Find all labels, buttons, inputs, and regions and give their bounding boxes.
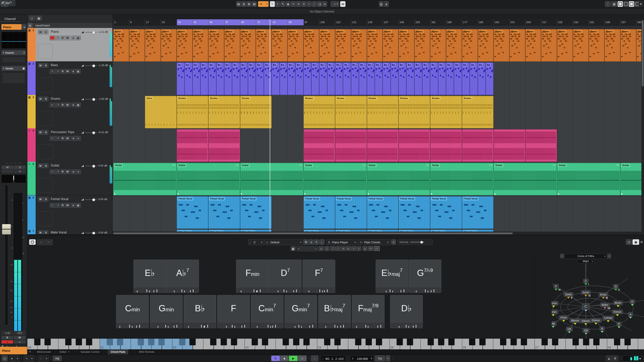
- midi-clip-bass[interactable]: Ba: [216, 62, 224, 95]
- transpose-bar-down-button[interactable]: ↧: [330, 246, 335, 251]
- track-mute-button[interactable]: M: [38, 63, 43, 68]
- audio-clip-percussion[interactable]: [462, 129, 494, 162]
- midi-clip-piano[interactable]: Piano: [636, 29, 642, 61]
- metronome-icon[interactable]: ◭: [608, 357, 610, 360]
- track-read-button[interactable]: R: [62, 37, 64, 39]
- timeline-ruler[interactable]: 1917253341495765738189971051131211291371…: [113, 19, 642, 29]
- black-key[interactable]: [479, 339, 486, 345]
- automation-solo-button[interactable]: S: [241, 1, 246, 7]
- scissors-tool-button[interactable]: ✂: [291, 1, 296, 7]
- export-button[interactable]: ↑: [605, 1, 610, 7]
- track-mute-button[interactable]: M: [38, 130, 43, 135]
- quantize-button[interactable]: Q: [379, 1, 384, 7]
- edit-channel-button[interactable]: e: [73, 170, 74, 173]
- fade-handle-icon[interactable]: [304, 193, 306, 194]
- chord-pad-Cmin7[interactable]: Cmin7: [251, 295, 284, 328]
- midi-clip-piano[interactable]: Piano: [161, 29, 176, 61]
- delete-pattern-button[interactable]: ♺: [324, 246, 329, 251]
- midi-clip-bass[interactable]: Ba: [422, 62, 430, 95]
- circle-node-Ab[interactable]: Ab: [552, 321, 557, 326]
- volume-slider-track[interactable]: [85, 65, 97, 66]
- midi-clip-piano[interactable]: Piano: [526, 29, 541, 61]
- strip-mute-button[interactable]: M: [2, 165, 14, 169]
- midi-input-icon[interactable]: ↷: [47, 241, 50, 244]
- midi-clip-bass[interactable]: Ba: [296, 62, 303, 95]
- track-write-button[interactable]: W: [66, 104, 69, 106]
- tab-mixconsole[interactable]: MixConsole: [34, 349, 54, 354]
- chord-pad-Gmin7[interactable]: Gmin7: [284, 295, 317, 328]
- audio-clip-percussion[interactable]: [335, 129, 366, 162]
- black-key[interactable]: [179, 339, 186, 345]
- edit-channel-button[interactable]: e: [72, 104, 74, 106]
- black-key[interactable]: [366, 339, 372, 345]
- audio-clip-percussion[interactable]: [398, 129, 430, 162]
- midi-clip-piano[interactable]: Piano: [256, 29, 272, 61]
- tap-tempo-button[interactable]: Tap: [375, 355, 385, 362]
- midi-clip-bass[interactable]: Ba: [312, 62, 319, 95]
- monitor-button[interactable]: ◁: [14, 340, 26, 344]
- midi-clip-drums[interactable]: Drums: [240, 96, 272, 128]
- midi-clip-bass[interactable]: Ba: [438, 62, 446, 95]
- midi-clip-piano[interactable]: Piano: [573, 29, 589, 61]
- track-mute-button[interactable]: M: [38, 163, 43, 168]
- black-key[interactable]: [510, 339, 517, 345]
- track-name[interactable]: Percussion Tops: [51, 130, 74, 134]
- track-read-button[interactable]: R: [62, 70, 64, 73]
- midi-clip-bass[interactable]: Ba: [367, 62, 375, 95]
- volume-slider-track[interactable]: [85, 199, 97, 200]
- insert-slot-empty[interactable]: [2, 57, 25, 62]
- track-name[interactable]: Drums: [51, 97, 60, 100]
- punch-in-button[interactable]: ◗: [311, 355, 318, 362]
- track-preset-button[interactable]: ▣: [36, 16, 42, 20]
- black-key[interactable]: [542, 339, 548, 345]
- bypass-icon[interactable]: ≡: [23, 51, 25, 54]
- circle-node-Cmin[interactable]: Cmin: [552, 310, 558, 314]
- fade-handle-icon[interactable]: [114, 193, 116, 194]
- chord-pad-Cmin[interactable]: Cmin: [116, 295, 149, 328]
- next-preset-button[interactable]: ▼: [314, 239, 319, 245]
- audio-clip-percussion[interactable]: [430, 129, 462, 162]
- comp-tool-button[interactable]: ◗▼: [330, 1, 339, 7]
- tab-midi-remote[interactable]: MIDI Remote: [136, 349, 157, 354]
- chord-pads-power-button[interactable]: [29, 239, 36, 245]
- midi-clip-piano[interactable]: Piano: [494, 29, 509, 61]
- chord-pad-Fmin[interactable]: Fmin: [236, 260, 269, 293]
- black-key[interactable]: [138, 339, 144, 345]
- audio-clip-guitar[interactable]: Guitar♪∿: [304, 163, 367, 195]
- track-picture-placeholder[interactable]: [38, 178, 53, 193]
- edit-channel-button[interactable]: e: [73, 137, 74, 140]
- zoom-tool-button[interactable]: ○: [306, 1, 312, 7]
- velocity-control[interactable]: Velocity: [398, 239, 433, 245]
- black-key[interactable]: [593, 339, 600, 345]
- fade-handle-icon[interactable]: [558, 193, 560, 194]
- midi-clip-bass[interactable]: Ba: [454, 62, 462, 95]
- gear-icon[interactable]: ⚙: [614, 357, 616, 360]
- tempo-mode-dropdown[interactable]: ▼: [386, 355, 390, 362]
- midi-clip-piano[interactable]: Piano: [193, 29, 208, 61]
- midi-clip-bass[interactable]: Ba: [375, 62, 382, 95]
- midi-clip-piano[interactable]: Piano: [319, 29, 335, 61]
- audio-clip-guitar[interactable]: Guitar♪∿: [240, 163, 304, 195]
- auto-quantize-button[interactable]: AQ: [53, 356, 62, 361]
- track-solo-button[interactable]: S: [43, 197, 48, 202]
- lower-left-zone-toggle-button[interactable]: [623, 1, 628, 7]
- chord-pad-E[interactable]: E♭: [134, 260, 166, 293]
- midi-clip-bass[interactable]: Ba: [430, 62, 438, 95]
- record-arm-button[interactable]: ●: [50, 204, 54, 207]
- black-key[interactable]: [334, 339, 340, 345]
- chord-pad-Emaj7[interactable]: E♭maj7: [376, 260, 408, 293]
- monitor-button[interactable]: ◁: [57, 137, 59, 139]
- black-key[interactable]: [376, 339, 382, 345]
- midi-clip-drums[interactable]: Intro: [145, 96, 176, 128]
- chord-pad-F[interactable]: F: [217, 295, 250, 328]
- pads-display-button[interactable]: ▣: [291, 246, 296, 251]
- record-mode-select[interactable]: ●▼: [9, 355, 20, 362]
- adaptive-voicing-reference-button[interactable]: AV: [374, 246, 380, 251]
- circle-node-Db[interactable]: Db: [566, 327, 573, 331]
- midi-clip-piano[interactable]: Piano: [541, 29, 557, 61]
- track-header-femal-vocal[interactable]: ▦6MSFemal Vocal0.00 dB●◁RWe▦: [28, 195, 112, 229]
- midi-clip-piano[interactable]: Piano: [557, 29, 573, 61]
- midi-record-mode-select[interactable]: ○▼: [38, 355, 49, 362]
- midi-clip-bass[interactable]: Ba: [414, 62, 422, 95]
- dots-icon[interactable]: ⋮: [20, 357, 23, 360]
